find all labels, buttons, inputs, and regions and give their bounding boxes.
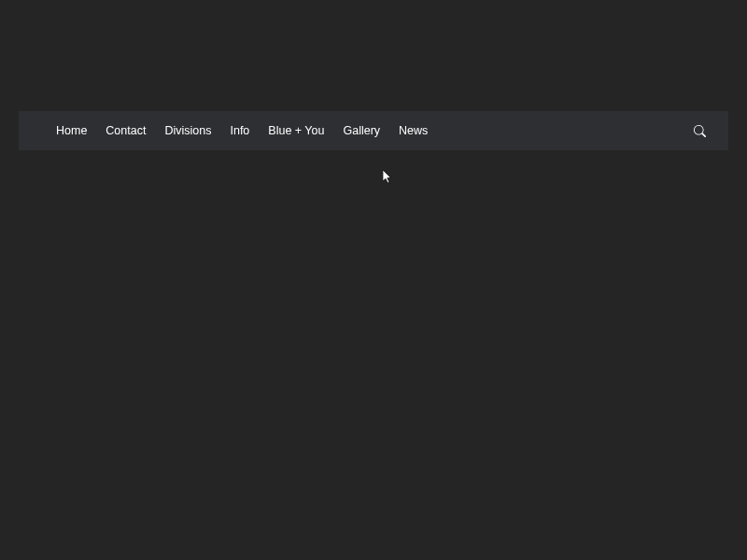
search-button[interactable] [690,121,710,141]
mouse-cursor [383,170,394,189]
nav-item-info[interactable]: Info [230,124,249,137]
nav-item-gallery[interactable]: Gallery [343,124,380,137]
nav-item-divisions[interactable]: Divisions [164,124,211,137]
main-navigation: Home Contact Divisions Info Blue + You G… [19,111,728,150]
nav-items-container: Home Contact Divisions Info Blue + You G… [56,124,428,137]
nav-item-blue-you[interactable]: Blue + You [268,124,324,137]
nav-item-contact[interactable]: Contact [106,124,146,137]
nav-item-news[interactable]: News [399,124,428,137]
nav-item-home[interactable]: Home [56,124,87,137]
search-icon [694,125,706,137]
